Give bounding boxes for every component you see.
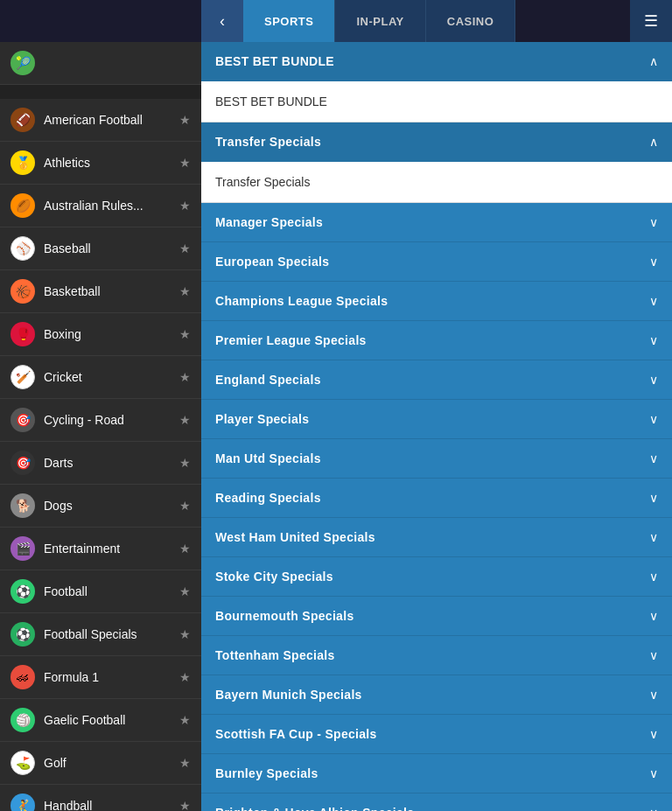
basketball-label: Basketball <box>44 284 179 298</box>
section-title-premier-league-specials: Premier League Specials <box>215 333 367 347</box>
tab-sports[interactable]: SPORTS <box>243 0 335 42</box>
chevron-stoke-city-specials: ∨ <box>649 570 658 584</box>
section-header-man-utd-specials[interactable]: Man Utd Specials ∨ <box>201 439 672 479</box>
sidebar-item-boxing[interactable]: 🥊 Boxing ★ <box>0 313 201 356</box>
section-header-reading-specials[interactable]: Reading Specials ∨ <box>201 479 672 518</box>
section-header-manager-specials[interactable]: Manager Specials ∨ <box>201 203 672 242</box>
tab-inplay[interactable]: IN-PLAY <box>335 0 425 42</box>
boxing-star[interactable]: ★ <box>179 327 191 341</box>
dogs-icon: 🐕 <box>10 493 35 518</box>
dogs-star[interactable]: ★ <box>179 499 191 513</box>
cricket-star[interactable]: ★ <box>179 370 191 384</box>
sidebar-item-gaelic-football[interactable]: 🏐 Gaelic Football ★ <box>0 699 201 742</box>
basketball-icon: 🏀 <box>10 279 35 304</box>
chevron-reading-specials: ∨ <box>649 491 658 505</box>
sidebar-item-athletics[interactable]: 🥇 Athletics ★ <box>0 142 201 185</box>
content-area: BEST BET BUNDLE ∧ BEST BET BUNDLE Transf… <box>201 42 672 811</box>
section-header-burnley-specials[interactable]: Burnley Specials ∨ <box>201 754 672 794</box>
section-title-champions-league-specials: Champions League Specials <box>215 294 388 308</box>
sidebar-item-basketball[interactable]: 🏀 Basketball ★ <box>0 270 201 313</box>
chevron-bournemouth-specials: ∨ <box>649 609 658 623</box>
section-header-player-specials[interactable]: Player Specials ∨ <box>201 400 672 439</box>
sidebar-item-formula1[interactable]: 🏎 Formula 1 ★ <box>0 656 201 699</box>
section-content-transfer-specials: Transfer Specials <box>201 162 672 203</box>
cricket-label: Cricket <box>44 370 179 384</box>
sidebar-item-handball[interactable]: 🤾 Handball ★ <box>0 785 201 811</box>
sidebar-item-cricket[interactable]: 🏏 Cricket ★ <box>0 356 201 399</box>
section-title-european-specials: European Specials <box>215 255 329 269</box>
formula1-star[interactable]: ★ <box>179 670 191 684</box>
sidebar-item-dogs[interactable]: 🐕 Dogs ★ <box>0 485 201 528</box>
section-title-bayern-munich-specials: Bayern Munich Specials <box>215 688 362 702</box>
chevron-european-specials: ∨ <box>649 255 658 269</box>
cricket-icon: 🏏 <box>10 365 35 389</box>
section-header-tottenham-specials[interactable]: Tottenham Specials ∨ <box>201 636 672 675</box>
chevron-man-utd-specials: ∨ <box>649 451 658 465</box>
golf-label: Golf <box>44 756 179 770</box>
football-specials-icon: ⚽ <box>10 622 35 647</box>
athletics-star[interactable]: ★ <box>179 156 191 170</box>
sidebar-item-american-football[interactable]: 🏈 American Football ★ <box>0 99 201 142</box>
boxing-icon: 🥊 <box>10 322 35 346</box>
american-football-star[interactable]: ★ <box>179 113 191 127</box>
sidebar-item-darts[interactable]: 🎯 Darts ★ <box>0 442 201 485</box>
entertainment-label: Entertainment <box>44 542 179 556</box>
darts-star[interactable]: ★ <box>179 456 191 470</box>
australian-rules-star[interactable]: ★ <box>179 199 191 213</box>
section-header-england-specials[interactable]: England Specials ∨ <box>201 360 672 400</box>
sidebar-item-golf[interactable]: ⛳ Golf ★ <box>0 742 201 785</box>
section-title-bournemouth-specials: Bournemouth Specials <box>215 609 354 623</box>
tab-casino[interactable]: CASINO <box>426 0 516 42</box>
handball-label: Handball <box>44 799 179 811</box>
sidebar-item-football[interactable]: ⚽ Football ★ <box>0 570 201 613</box>
chevron-player-specials: ∨ <box>649 412 658 426</box>
sidebar-featured-tennis[interactable]: 🎾 <box>0 42 201 85</box>
cycling-icon: 🎯 <box>10 408 35 432</box>
sidebar-item-australian-rules[interactable]: 🏉 Australian Rules... ★ <box>0 185 201 227</box>
section-header-best-bet-bundle[interactable]: BEST BET BUNDLE ∧ <box>201 42 672 81</box>
section-header-champions-league-specials[interactable]: Champions League Specials ∨ <box>201 282 672 321</box>
darts-icon: 🎯 <box>10 451 35 475</box>
american-football-icon: 🏈 <box>10 108 35 132</box>
sidebar-item-entertainment[interactable]: 🎬 Entertainment ★ <box>0 528 201 570</box>
chevron-tottenham-specials: ∨ <box>649 648 658 662</box>
basketball-star[interactable]: ★ <box>179 284 191 298</box>
section-header-european-specials[interactable]: European Specials ∨ <box>201 242 672 282</box>
golf-star[interactable]: ★ <box>179 756 191 770</box>
header: ‹ SPORTSIN-PLAYCASINO ☰ <box>0 0 672 42</box>
cycling-star[interactable]: ★ <box>179 413 191 427</box>
section-header-brighton-hove-albion-specials[interactable]: Brighton & Hove Albion Specials ∨ <box>201 794 672 811</box>
handball-star[interactable]: ★ <box>179 799 191 811</box>
sidebar-item-cycling[interactable]: 🎯 Cycling - Road ★ <box>0 399 201 442</box>
back-button[interactable]: ‹ <box>201 0 243 42</box>
section-header-west-ham-united-specials[interactable]: West Ham United Specials ∨ <box>201 518 672 557</box>
australian-rules-label: Australian Rules... <box>44 199 179 213</box>
section-content-best-bet-bundle: BEST BET BUNDLE <box>201 81 672 122</box>
football-star[interactable]: ★ <box>179 584 191 598</box>
baseball-star[interactable]: ★ <box>179 241 191 255</box>
golf-icon: ⛳ <box>10 751 35 775</box>
section-header-bournemouth-specials[interactable]: Bournemouth Specials ∨ <box>201 597 672 636</box>
australian-rules-icon: 🏉 <box>10 193 35 218</box>
section-title-transfer-specials: Transfer Specials <box>215 135 321 149</box>
section-header-bayern-munich-specials[interactable]: Bayern Munich Specials ∨ <box>201 675 672 715</box>
athletics-label: Athletics <box>44 156 179 170</box>
section-title-stoke-city-specials: Stoke City Specials <box>215 570 333 584</box>
football-specials-star[interactable]: ★ <box>179 627 191 641</box>
section-content-text-transfer-specials: Transfer Specials <box>215 175 310 189</box>
section-header-stoke-city-specials[interactable]: Stoke City Specials ∨ <box>201 557 672 597</box>
entertainment-icon: 🎬 <box>10 536 35 561</box>
section-header-transfer-specials[interactable]: Transfer Specials ∧ <box>201 122 672 162</box>
menu-icon[interactable]: ☰ <box>630 0 672 42</box>
dogs-label: Dogs <box>44 499 179 513</box>
section-header-scottish-fa-cup-specials[interactable]: Scottish FA Cup - Specials ∨ <box>201 715 672 754</box>
sidebar-item-football-specials[interactable]: ⚽ Football Specials ★ <box>0 613 201 656</box>
baseball-icon: ⚾ <box>10 236 35 261</box>
section-header-premier-league-specials[interactable]: Premier League Specials ∨ <box>201 321 672 360</box>
chevron-manager-specials: ∨ <box>649 215 658 229</box>
gaelic-football-star[interactable]: ★ <box>179 713 191 727</box>
section-title-brighton-hove-albion-specials: Brighton & Hove Albion Specials <box>215 806 414 811</box>
entertainment-star[interactable]: ★ <box>179 542 191 556</box>
formula1-label: Formula 1 <box>44 670 179 684</box>
sidebar-item-baseball[interactable]: ⚾ Baseball ★ <box>0 227 201 270</box>
